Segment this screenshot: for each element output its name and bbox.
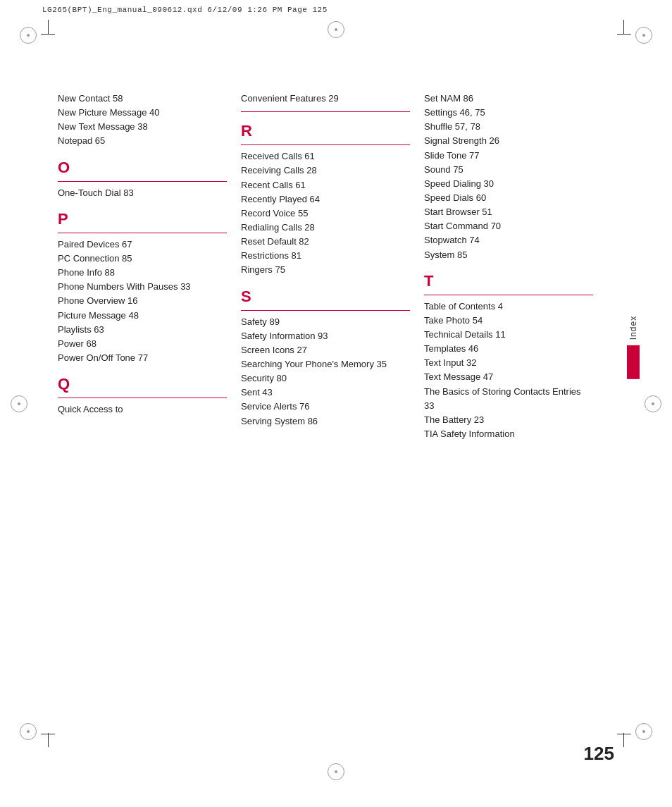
crop-mark — [617, 34, 631, 35]
section-divider — [241, 144, 410, 145]
index-entry: Slide Tone 77 — [424, 149, 593, 163]
column-3: Set NAM 86Settings 46, 75Shuffle 57, 78S… — [424, 92, 614, 701]
side-label-bar — [627, 345, 640, 379]
index-entry: Start Command 70 — [424, 219, 593, 233]
index-entry: Recent Calls 61 — [241, 178, 410, 192]
index-entry: Speed Dialing 30 — [424, 177, 593, 191]
index-entry: Settings 46, 75 — [424, 106, 593, 120]
index-entry: The Basics of Storing Contacts Entries 3… — [424, 385, 593, 413]
index-entry: Power On/Off Tone 77 — [58, 351, 227, 365]
index-entry: New Text Message 38 — [58, 120, 227, 134]
reg-mark-top-center — [328, 21, 344, 38]
index-letter: S — [241, 285, 410, 309]
index-entry: New Picture Message 40 — [58, 106, 227, 120]
index-entry: Playlists 63 — [58, 323, 227, 337]
index-entry: TIA Safety Information — [424, 427, 593, 441]
index-entry: Phone Numbers With Pauses 33 — [58, 280, 227, 294]
crop-mark — [48, 733, 49, 747]
index-entry: Receiving Calls 28 — [241, 164, 410, 178]
index-entry: Paired Devices 67 — [58, 238, 227, 252]
crop-mark — [41, 34, 55, 35]
index-entry: Convenient Features 29 — [241, 92, 410, 106]
main-content: New Contact 58New Picture Message 40New … — [58, 92, 614, 715]
index-letter: O — [58, 156, 227, 180]
column-2: Convenient Features 29RReceived Calls 61… — [241, 92, 424, 701]
index-entry: Phone Overview 16 — [58, 294, 227, 308]
header-text: LG265(BPT)_Eng_manual_090612.qxd 6/12/09… — [42, 6, 630, 14]
index-entry: Sent 43 — [241, 386, 410, 400]
index-entry: Speed Dials 60 — [424, 191, 593, 205]
reg-mark-right-center — [645, 395, 661, 412]
index-entry: System 85 — [424, 248, 593, 262]
index-entry: Templates 46 — [424, 342, 593, 356]
index-entry: Text Message 47 — [424, 370, 593, 384]
index-entry: Ringers 75 — [241, 263, 410, 277]
index-entry: Service Alerts 76 — [241, 400, 410, 414]
index-entry: Start Browser 51 — [424, 205, 593, 219]
crop-mark — [617, 734, 631, 734]
index-entry: Power 68 — [58, 337, 227, 351]
index-entry: The Battery 23 — [424, 413, 593, 427]
index-entry: Safety Information 93 — [241, 329, 410, 343]
reg-mark-left-center — [11, 395, 27, 412]
section-divider — [58, 181, 227, 182]
index-letter: T — [424, 269, 593, 293]
section-divider — [424, 295, 593, 295]
section-divider — [58, 233, 227, 233]
index-entry: Take Photo 54 — [424, 314, 593, 328]
index-entry: Serving System 86 — [241, 414, 410, 429]
index-entry: Record Voice 55 — [241, 207, 410, 221]
index-entry: Recently Played 64 — [241, 192, 410, 207]
reg-mark-top-left — [20, 27, 37, 44]
index-entry: Picture Message 48 — [58, 309, 227, 323]
index-entry: Stopwatch 74 — [424, 233, 593, 247]
column-1: New Contact 58New Picture Message 40New … — [58, 92, 241, 701]
page-number: 125 — [584, 743, 614, 765]
reg-mark-bottom-center — [328, 763, 344, 780]
index-entry: Phone Info 88 — [58, 266, 227, 280]
index-entry: PC Connection 85 — [58, 252, 227, 266]
index-letter: R — [241, 119, 410, 143]
index-entry: Quick Access to — [58, 402, 227, 417]
crop-mark — [623, 20, 624, 34]
index-entry: One-Touch Dial 83 — [58, 186, 227, 200]
index-entry: Restrictions 81 — [241, 249, 410, 263]
index-entry: Technical Details 11 — [424, 328, 593, 342]
index-letter: P — [58, 207, 227, 231]
reg-mark-bottom-right — [635, 723, 652, 740]
side-label-container: Index — [627, 316, 640, 379]
index-entry: Shuffle 57, 78 — [424, 120, 593, 134]
index-entry: Screen Icons 27 — [241, 343, 410, 357]
index-entry: Redialing Calls 28 — [241, 221, 410, 235]
index-entry: Table of Contents 4 — [424, 300, 593, 314]
section-divider — [241, 111, 410, 112]
index-entry: Sound 75 — [424, 163, 593, 177]
index-entry: Set NAM 86 — [424, 92, 593, 106]
crop-mark — [623, 733, 624, 747]
section-divider — [58, 398, 227, 398]
index-entry: Reset Default 82 — [241, 235, 410, 249]
index-columns: New Contact 58New Picture Message 40New … — [58, 92, 614, 701]
index-entry: Text Input 32 — [424, 356, 593, 370]
reg-mark-bottom-left — [20, 723, 37, 740]
side-label-text: Index — [628, 316, 638, 340]
crop-mark — [48, 20, 49, 34]
index-entry: Safety 89 — [241, 315, 410, 329]
index-entry: Notepad 65 — [58, 134, 227, 148]
index-entry: Security 80 — [241, 371, 410, 386]
index-entry: Received Calls 61 — [241, 149, 410, 164]
index-entry: Signal Strength 26 — [424, 134, 593, 148]
index-entry: Searching Your Phone's Memory 35 — [241, 357, 410, 371]
index-entry: New Contact 58 — [58, 92, 227, 106]
index-letter: Q — [58, 372, 227, 396]
section-divider — [241, 310, 410, 311]
reg-mark-top-right — [635, 27, 652, 44]
